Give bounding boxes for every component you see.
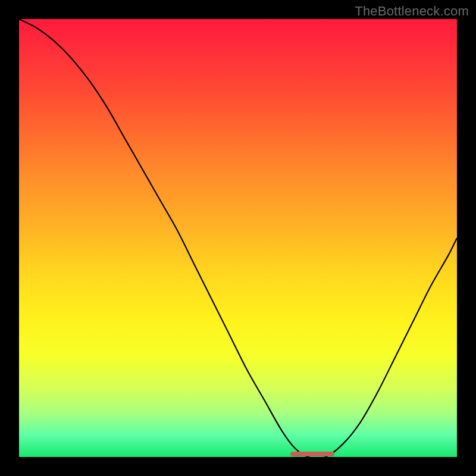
bottleneck-curve	[19, 19, 457, 457]
plot-area	[19, 19, 457, 457]
watermark-text: TheBottleneck.com	[355, 4, 469, 19]
chart-frame: TheBottleneck.com	[0, 0, 476, 476]
curve-path	[19, 19, 457, 457]
optimal-range-marker	[290, 452, 334, 456]
